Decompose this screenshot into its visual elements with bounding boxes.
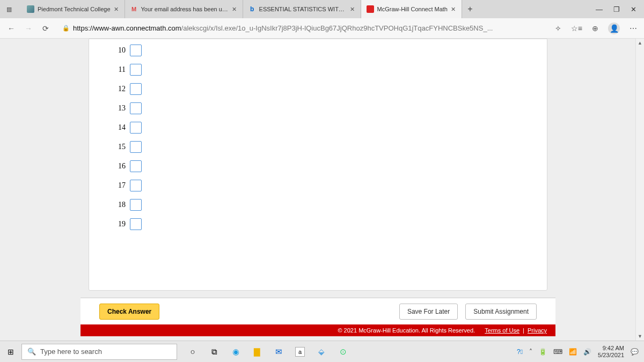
- amazon-icon[interactable]: a: [295, 347, 305, 357]
- tab-close-icon[interactable]: ✕: [350, 6, 355, 12]
- favicon-ptc: [27, 5, 34, 13]
- windows-taskbar: ⊞ 🔍 Type here to search ○ ⧉ ◉ ▇ ✉ a ⬙ ⊙ …: [0, 341, 644, 362]
- window-controls: — ❐ ✕: [588, 0, 644, 18]
- separator: |: [523, 327, 524, 334]
- close-window-button[interactable]: ✕: [631, 5, 636, 13]
- favorites-icon[interactable]: ☆≡: [571, 24, 582, 33]
- url-field[interactable]: 🔒 https://www-awn.connectmath.com/aleksc…: [58, 22, 547, 34]
- privacy-link[interactable]: Privacy: [528, 327, 547, 334]
- answer-input-12[interactable]: [130, 83, 142, 95]
- answer-row: 19: [112, 217, 142, 231]
- answer-input-19[interactable]: [130, 218, 142, 230]
- answer-input-11[interactable]: [130, 64, 142, 76]
- new-tab-button[interactable]: +: [462, 0, 478, 18]
- action-bar: Check Answer Save For Later Submit Assig…: [80, 298, 555, 324]
- check-answer-button[interactable]: Check Answer: [99, 304, 159, 320]
- answer-row: 11: [112, 63, 142, 76]
- copyright-text: © 2021 McGraw-Hill Education. All Rights…: [338, 327, 475, 334]
- mail-icon[interactable]: ✉: [274, 347, 283, 357]
- settings-menu-icon[interactable]: ⋯: [630, 24, 638, 33]
- lock-icon: 🔒: [62, 25, 70, 32]
- tab-label: Piedmont Technical College: [38, 6, 111, 12]
- vertical-scrollbar[interactable]: ▲ ▼: [635, 39, 644, 341]
- page-viewport: 10 11 12 13 14 15 16 17 18 19 Check Answ…: [0, 39, 644, 341]
- edge-icon[interactable]: ◉: [231, 347, 240, 357]
- tab-label: ESSENTIAL STATISTICS WITH CON: [259, 6, 347, 12]
- answer-row: 16: [112, 159, 142, 173]
- collections-icon[interactable]: ⊕: [592, 24, 598, 33]
- tab-label: Your email address has been upd: [141, 6, 229, 12]
- back-button[interactable]: ←: [6, 24, 16, 33]
- grammarly-icon[interactable]: ⊙: [338, 347, 348, 357]
- browser-titlebar: ▥ Piedmont Technical College ✕ M Your em…: [0, 0, 644, 18]
- answer-input-16[interactable]: [130, 160, 142, 172]
- notifications-icon[interactable]: 💬: [631, 348, 639, 356]
- answer-row: 10: [112, 43, 142, 57]
- scroll-up-icon[interactable]: ▲: [636, 39, 644, 47]
- answer-input-17[interactable]: [130, 180, 142, 191]
- tab-connectmath[interactable]: McGraw-Hill Connect Math ✕: [361, 0, 462, 18]
- answer-row: 18: [112, 198, 142, 211]
- terms-link[interactable]: Terms of Use: [485, 327, 519, 334]
- refresh-button[interactable]: ⟳: [41, 24, 50, 33]
- tab-piedmont[interactable]: Piedmont Technical College ✕: [21, 0, 125, 18]
- battery-icon[interactable]: 🔋: [539, 348, 547, 356]
- question-card: 10 11 12 13 14 15 16 17 18 19: [89, 39, 547, 291]
- answer-row: 12: [112, 82, 142, 95]
- url-text: https://www-awn.connectmath.com/alekscgi…: [73, 24, 493, 32]
- tab-bartleby[interactable]: b ESSENTIAL STATISTICS WITH CON ✕: [243, 0, 361, 18]
- answer-input-14[interactable]: [130, 122, 142, 134]
- answer-input-18[interactable]: [130, 199, 142, 211]
- help-icon[interactable]: ?⃝: [517, 348, 523, 356]
- answer-row: 13: [112, 101, 142, 115]
- tab-close-icon[interactable]: ✕: [232, 6, 237, 12]
- answer-input-13[interactable]: [130, 102, 142, 114]
- address-bar: ← → ⟳ 🔒 https://www-awn.connectmath.com/…: [0, 18, 644, 39]
- forward-button[interactable]: →: [24, 24, 33, 33]
- answer-row: 17: [112, 179, 142, 192]
- dropbox-icon[interactable]: ⬙: [317, 347, 326, 357]
- wifi-icon[interactable]: 📶: [569, 348, 577, 356]
- tab-strip: Piedmont Technical College ✕ M Your emai…: [18, 0, 588, 18]
- search-icon: 🔍: [27, 348, 36, 356]
- tab-close-icon[interactable]: ✕: [114, 6, 119, 12]
- favicon-mcgrawhill: [367, 5, 374, 13]
- save-for-later-button[interactable]: Save For Later: [399, 304, 458, 320]
- restore-button[interactable]: ❐: [613, 5, 620, 13]
- start-button[interactable]: ⊞: [0, 348, 21, 356]
- answer-row: 14: [112, 121, 142, 134]
- answer-input-15[interactable]: [130, 141, 142, 153]
- tracking-prevention-icon[interactable]: ✧: [555, 24, 561, 33]
- tab-gmail[interactable]: M Your email address has been upd ✕: [125, 0, 243, 18]
- answer-row: 15: [112, 140, 142, 153]
- system-tray: ?⃝ ˄ 🔋 ⌨ 📶 🔊 9:42 AM 5/23/2021 💬: [517, 345, 644, 359]
- favicon-bartleby: b: [248, 5, 256, 13]
- cortana-icon[interactable]: ○: [188, 347, 197, 357]
- tab-label: McGraw-Hill Connect Math: [377, 6, 448, 12]
- submit-assignment-button[interactable]: Submit Assignment: [465, 304, 537, 320]
- favicon-gmail: M: [130, 5, 138, 13]
- scroll-down-icon[interactable]: ▼: [636, 332, 644, 341]
- clock[interactable]: 9:42 AM 5/23/2021: [598, 345, 624, 359]
- keyboard-icon[interactable]: ⌨: [553, 348, 562, 356]
- file-explorer-icon[interactable]: ▇: [252, 347, 262, 357]
- profile-avatar[interactable]: 👤: [608, 23, 620, 34]
- volume-icon[interactable]: 🔊: [583, 348, 591, 356]
- task-view-icon[interactable]: ⧉: [209, 347, 219, 357]
- answer-rows: 10 11 12 13 14 15 16 17 18 19: [112, 43, 142, 237]
- page-footer: © 2021 McGraw-Hill Education. All Rights…: [80, 324, 555, 336]
- tab-close-icon[interactable]: ✕: [451, 6, 456, 12]
- taskbar-search[interactable]: 🔍 Type here to search: [21, 344, 177, 360]
- answer-input-10[interactable]: [130, 45, 142, 56]
- pinned-apps: ○ ⧉ ◉ ▇ ✉ a ⬙ ⊙: [188, 347, 348, 357]
- tab-preview-button[interactable]: ▥: [0, 0, 18, 18]
- search-placeholder: Type here to search: [40, 348, 102, 356]
- minimize-button[interactable]: —: [596, 5, 603, 13]
- show-hidden-icons[interactable]: ˄: [529, 348, 532, 356]
